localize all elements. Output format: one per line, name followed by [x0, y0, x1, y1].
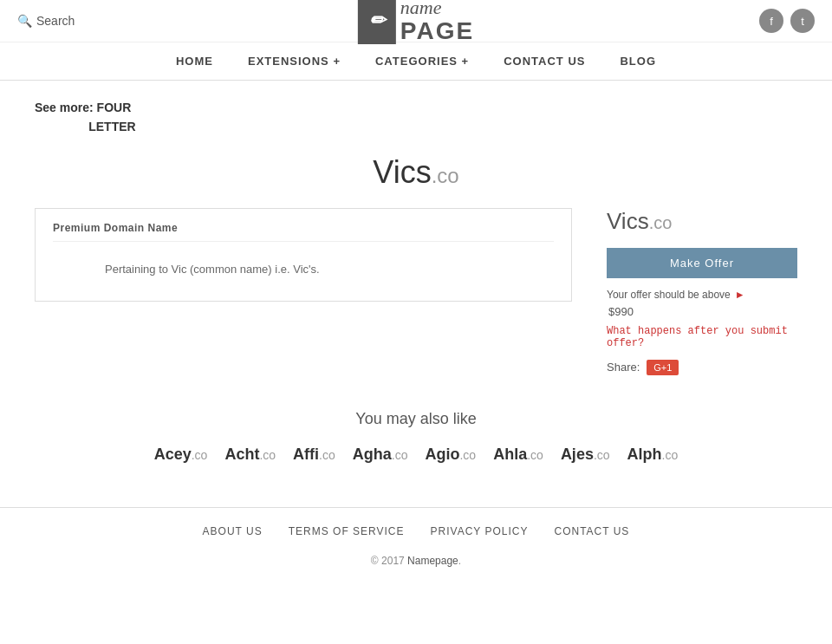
- nav-extensions[interactable]: EXTENSIONS +: [248, 55, 341, 68]
- nav-contact[interactable]: CONTACT US: [504, 55, 585, 68]
- info-box-desc: Pertaining to Vic (common name) i.e. Vic…: [53, 252, 554, 288]
- search-button[interactable]: 🔍 Search: [17, 14, 75, 28]
- domain-name-large: Vics.co: [35, 154, 797, 191]
- info-box-title: Premium Domain Name: [53, 222, 554, 242]
- suggestions-row: Acey.co Acht.co Affi.co Agha.co Agio.co …: [35, 446, 797, 464]
- domain-display: Vics.co: [35, 154, 797, 191]
- info-box: Premium Domain Name Pertaining to Vic (c…: [35, 208, 572, 302]
- domain-title-right: Vics.co: [607, 208, 797, 235]
- see-more-line1[interactable]: FOUR: [97, 101, 132, 114]
- footer-contact[interactable]: CONTACT US: [554, 525, 629, 537]
- copy-brand[interactable]: Namepage: [407, 555, 458, 567]
- nav-blog[interactable]: BLOG: [620, 55, 656, 68]
- suggestion-acht[interactable]: Acht.co: [224, 446, 276, 464]
- main-content: See more: FOUR LETTER Vics.co Premium Do…: [0, 81, 832, 507]
- twitter-icon[interactable]: t: [790, 9, 815, 33]
- domain-name-text: Vics: [373, 154, 431, 190]
- copy-suffix: .: [458, 555, 461, 567]
- offer-price: $990: [607, 305, 797, 318]
- nav-home[interactable]: HOME: [176, 55, 213, 68]
- header: 🔍 Search ✏ name PAGE f t: [0, 0, 832, 42]
- arrow-icon: ►: [735, 289, 745, 301]
- domain-name-right: Vics: [607, 208, 649, 234]
- share-label: Share:: [607, 361, 640, 374]
- footer: ABOUT US TERMS OF SERVICE PRIVACY POLICY…: [0, 507, 832, 584]
- search-icon: 🔍: [17, 14, 32, 28]
- suggestion-alph[interactable]: Alph.co: [627, 446, 679, 464]
- content-grid: Premium Domain Name Pertaining to Vic (c…: [35, 208, 797, 375]
- logo-text: name PAGE: [400, 0, 474, 45]
- logo-name: name: [400, 0, 474, 18]
- logo-icon: ✏: [358, 0, 396, 44]
- suggestion-agha[interactable]: Agha.co: [353, 446, 408, 464]
- gplus-button[interactable]: G+1: [647, 360, 679, 375]
- see-more-line2[interactable]: LETTER: [88, 120, 135, 133]
- footer-privacy[interactable]: PRIVACY POLICY: [431, 525, 529, 537]
- suggestions-title: You may also like: [35, 410, 797, 428]
- logo-page: PAGE: [400, 18, 474, 45]
- footer-terms[interactable]: TERMS OF SERVICE: [289, 525, 405, 537]
- offer-hint-text: Your offer should be above: [607, 289, 731, 301]
- social-links: f t: [759, 9, 815, 33]
- offer-panel: Vics.co Make Offer Your offer should be …: [607, 208, 797, 375]
- suggestion-ajes[interactable]: Ajes.co: [561, 446, 610, 464]
- share-row: Share: G+1: [607, 360, 797, 375]
- facebook-icon[interactable]: f: [759, 9, 783, 33]
- offer-hint: Your offer should be above ►: [607, 289, 797, 301]
- what-happens-link[interactable]: What happens after you submit offer?: [607, 325, 797, 349]
- nav-categories[interactable]: CATEGORIES +: [375, 55, 469, 68]
- copy-prefix: © 2017: [371, 555, 407, 567]
- see-more: See more: FOUR LETTER: [35, 98, 797, 137]
- footer-links: ABOUT US TERMS OF SERVICE PRIVACY POLICY…: [0, 525, 832, 537]
- domain-tld-large: .co: [432, 164, 459, 187]
- info-panel: Premium Domain Name Pertaining to Vic (c…: [35, 208, 572, 375]
- suggestions-section: You may also like Acey.co Acht.co Affi.c…: [35, 410, 797, 464]
- search-label: Search: [36, 14, 75, 28]
- make-offer-button[interactable]: Make Offer: [607, 248, 797, 278]
- site-logo[interactable]: ✏ name PAGE: [358, 0, 474, 45]
- domain-tld-right: .co: [649, 213, 673, 232]
- suggestion-affi[interactable]: Affi.co: [293, 446, 335, 464]
- suggestion-ahla[interactable]: Ahla.co: [493, 446, 543, 464]
- main-nav: HOME EXTENSIONS + CATEGORIES + CONTACT U…: [0, 42, 832, 81]
- suggestion-agio[interactable]: Agio.co: [425, 446, 476, 464]
- see-more-prefix: See more:: [35, 101, 94, 114]
- footer-about[interactable]: ABOUT US: [203, 525, 263, 537]
- footer-copyright: © 2017 Namepage.: [0, 555, 832, 567]
- suggestion-acey[interactable]: Acey.co: [154, 446, 208, 464]
